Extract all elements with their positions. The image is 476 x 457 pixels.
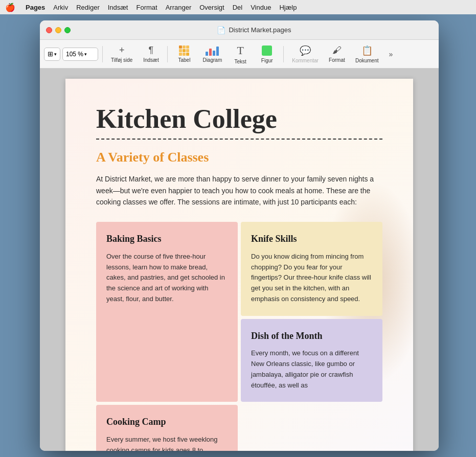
menu-arkiv[interactable]: Arkiv (53, 4, 68, 11)
comment-icon: 💬 (300, 45, 311, 56)
format-label: Format (329, 57, 345, 63)
card-cooking-camp-title: Cooking Camp (106, 416, 228, 428)
text-button[interactable]: T Tekst (228, 42, 253, 66)
window-title-text: District Market.pages (229, 26, 291, 34)
zoom-value: 105 % (66, 51, 83, 58)
chart-icon (206, 45, 219, 56)
close-button[interactable] (46, 27, 52, 33)
more-icon: » (389, 50, 393, 58)
menu-del[interactable]: Del (233, 4, 243, 11)
title-divider (96, 139, 382, 140)
shape-button[interactable]: Figur (255, 42, 279, 66)
document-subtitle: A Variety of Classes (96, 150, 382, 165)
paragraph-icon: ¶ (149, 45, 154, 56)
cards-grid: Baking Basics Over the course of five th… (96, 222, 382, 451)
traffic-lights (46, 27, 71, 33)
menu-pages[interactable]: Pages (26, 4, 45, 11)
card-baking-basics-title: Baking Basics (106, 233, 228, 245)
document-content: Kitchen College A Variety of Classes At … (96, 104, 382, 451)
title-bar: 📄 District Market.pages (40, 20, 439, 40)
menu-vindue[interactable]: Vindue (251, 4, 271, 11)
comment-button[interactable]: 💬 Kommentar (288, 42, 323, 66)
chart-button[interactable]: Diagram (198, 42, 226, 66)
menu-bar: 🍎 Pages Arkiv Rediger Indsæt Format Arra… (0, 0, 476, 14)
document-title: Kitchen College (96, 104, 382, 133)
toolbar: ⊞ ▾ 105 % ▾ + Tilføj side ¶ Indsæt (40, 40, 439, 68)
window-title: 📄 District Market.pages (76, 26, 433, 34)
document-icon: 📋 (361, 45, 373, 56)
insert-button[interactable]: ¶ Indsæt (139, 42, 163, 66)
card-cooking-camp-text: Every summer, we host five weeklong cook… (106, 435, 228, 451)
document-page: Kitchen College A Variety of Classes At … (65, 79, 413, 451)
card-dish-of-month: Dish of the Month Every month, we focus … (241, 319, 382, 402)
format-button[interactable]: 🖌 Format (325, 42, 349, 66)
content-area[interactable]: Kitchen College A Variety of Classes At … (40, 68, 439, 451)
view-icon: ⊞ (48, 50, 53, 58)
zoom-button[interactable]: 105 % ▾ (62, 48, 98, 61)
card-baking-basics: Baking Basics Over the course of five th… (96, 222, 238, 402)
insert-label: Indsæt (143, 57, 159, 63)
pages-window: 📄 District Market.pages ⊞ ▾ 105 % ▾ + Ti… (40, 20, 439, 451)
menu-arranger[interactable]: Arranger (166, 4, 192, 11)
menu-rediger[interactable]: Rediger (76, 4, 100, 11)
document-intro: At District Market, we are more than hap… (96, 173, 382, 208)
zoom-chevron-icon: ▾ (84, 52, 87, 57)
menu-oversigt[interactable]: Oversigt (199, 4, 224, 11)
toolbar-separator-3 (283, 46, 284, 62)
add-page-label: Tilføj side (111, 57, 132, 63)
shape-icon (262, 45, 272, 56)
card-dish-of-month-title: Dish of the Month (251, 330, 372, 342)
document-button[interactable]: 📋 Dokument (351, 42, 383, 66)
toolbar-separator-2 (167, 46, 168, 62)
table-icon (179, 45, 189, 56)
card-baking-basics-text: Over the course of five three-hour lesso… (106, 252, 228, 305)
chart-label: Diagram (202, 57, 222, 63)
document-label: Dokument (355, 58, 379, 63)
text-label: Tekst (235, 59, 246, 64)
format-icon: 🖌 (332, 45, 342, 56)
table-button[interactable]: Tabel (172, 42, 196, 66)
menu-format[interactable]: Format (136, 4, 157, 11)
shape-label: Figur (261, 58, 273, 63)
plus-icon: + (119, 45, 125, 56)
view-button[interactable]: ⊞ ▾ (44, 48, 60, 61)
menu-hjaelp[interactable]: Hjælp (279, 4, 297, 11)
apple-menu[interactable]: 🍎 (5, 3, 15, 12)
card-knife-skills: Knife Skills Do you know dicing from min… (241, 222, 382, 315)
more-button[interactable]: » (384, 42, 397, 66)
card-knife-skills-text: Do you know dicing from mincing from cho… (251, 252, 372, 305)
text-icon: T (237, 44, 243, 57)
minimize-button[interactable] (55, 27, 61, 33)
maximize-button[interactable] (64, 27, 71, 33)
menu-indsaet[interactable]: Indsæt (108, 4, 128, 11)
comment-label: Kommentar (292, 58, 319, 63)
table-label: Tabel (178, 57, 190, 63)
card-knife-skills-title: Knife Skills (251, 233, 372, 245)
card-dish-of-month-text: Every month, we focus on a different New… (251, 348, 372, 391)
card-cooking-camp: Cooking Camp Every summer, we host five … (96, 405, 238, 451)
view-chevron-icon: ▾ (54, 52, 57, 57)
add-page-button[interactable]: + Tilføj side (107, 42, 137, 66)
pages-doc-icon: 📄 (217, 26, 225, 34)
toolbar-separator-1 (102, 46, 103, 62)
